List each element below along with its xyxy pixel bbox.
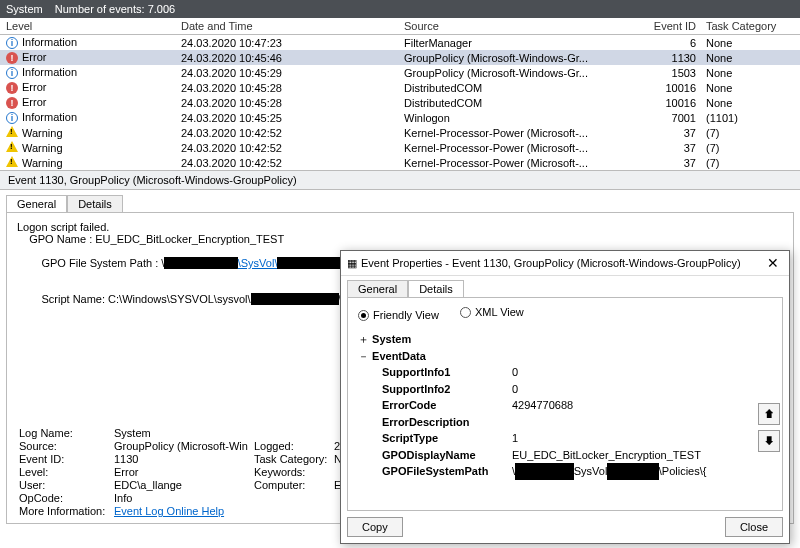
event-table-body: iInformation24.03.2020 10:47:23FilterMan… [0,35,800,170]
num-events: Number of events: 7.006 [55,3,175,15]
eventdata-row: ScriptType1 [382,430,772,447]
collapse-icon[interactable]: － [358,350,369,362]
close-button[interactable]: Close [725,517,783,537]
popup-tab-general[interactable]: General [347,280,408,297]
tab-details[interactable]: Details [67,195,123,212]
popup-tab-details[interactable]: Details [408,280,464,297]
redacted-path: XXXXXXXXXX [164,257,237,269]
tab-general[interactable]: General [6,195,67,212]
table-row[interactable]: !Error24.03.2020 10:45:28DistributedCOM1… [0,95,800,110]
radio-xml[interactable]: XML View [460,306,524,318]
col-source[interactable]: Source [404,20,644,32]
warning-icon [6,156,18,167]
dialog-titlebar[interactable]: ▦ Event Properties - Event 1130, GroupPo… [341,251,789,276]
error-icon: ! [6,82,18,94]
event-properties-dialog: ▦ Event Properties - Event 1130, GroupPo… [340,250,790,544]
system-header: System Number of events: 7.006 [0,0,800,18]
info-icon: i [6,37,18,49]
detail-panel-title: Event 1130, GroupPolicy (Microsoft-Windo… [0,170,800,190]
detail-tabs: General Details [6,195,794,212]
system-label: System [6,3,43,15]
close-icon[interactable]: ✕ [763,255,783,271]
eventdata-row: ErrorDescription [382,414,772,431]
msg-line2: GPO Name : EU_EDC_BitLocker_Encryption_T… [17,233,783,245]
table-row[interactable]: !Error24.03.2020 10:45:46GroupPolicy (Mi… [0,50,800,65]
col-taskcat[interactable]: Task Category [706,20,794,32]
column-headers: Level Date and Time Source Event ID Task… [0,18,800,35]
eventdata-row: GPOFileSystemPath\XXXXXXXXSysVolXXXXXXX\… [382,463,772,480]
info-icon: i [6,112,18,124]
logname-l: Log Name: [19,427,114,439]
prev-event-button[interactable]: 🡅 [758,403,780,425]
table-row[interactable]: Warning24.03.2020 10:42:52Kernel-Process… [0,140,800,155]
msg-line1: Logon script failed. [17,221,783,233]
col-eventid[interactable]: Event ID [644,20,706,32]
table-row[interactable]: iInformation24.03.2020 10:45:25Winlogon7… [0,110,800,125]
col-datetime[interactable]: Date and Time [181,20,404,32]
view-mode: Friendly View XML View [358,306,772,321]
table-row[interactable]: iInformation24.03.2020 10:45:29GroupPoli… [0,65,800,80]
table-row[interactable]: !Error24.03.2020 10:45:28DistributedCOM1… [0,80,800,95]
event-xml-tree: ＋ System － EventData SupportInfo10Suppor… [358,331,772,480]
table-row[interactable]: Warning24.03.2020 10:42:52Kernel-Process… [0,125,800,140]
table-row[interactable]: Warning24.03.2020 10:42:52Kernel-Process… [0,155,800,170]
popup-footer: Copy Close [341,511,789,543]
warning-icon [6,126,18,137]
error-icon: ! [6,52,18,64]
dialog-icon: ▦ [347,257,357,270]
dialog-title: Event Properties - Event 1130, GroupPoli… [361,257,741,269]
error-icon: ! [6,97,18,109]
next-event-button[interactable]: 🡇 [758,430,780,452]
info-icon: i [6,67,18,79]
eventdata-row: SupportInfo10 [382,364,772,381]
popup-tabs: General Details [347,280,783,297]
eventdata-row: SupportInfo20 [382,381,772,398]
copy-button[interactable]: Copy [347,517,403,537]
sysvol-link[interactable]: \SysVol\ [238,257,278,269]
table-row[interactable]: iInformation24.03.2020 10:47:23FilterMan… [0,35,800,50]
expand-icon[interactable]: ＋ [358,333,369,345]
col-level[interactable]: Level [6,20,181,32]
warning-icon [6,141,18,152]
eventdata-row: ErrorCode4294770688 [382,397,772,414]
popup-body: Friendly View XML View ＋ System － EventD… [347,297,783,511]
eventdata-row: GPODisplayNameEU_EDC_BitLocker_Encryptio… [382,447,772,464]
radio-friendly[interactable]: Friendly View [358,309,439,321]
